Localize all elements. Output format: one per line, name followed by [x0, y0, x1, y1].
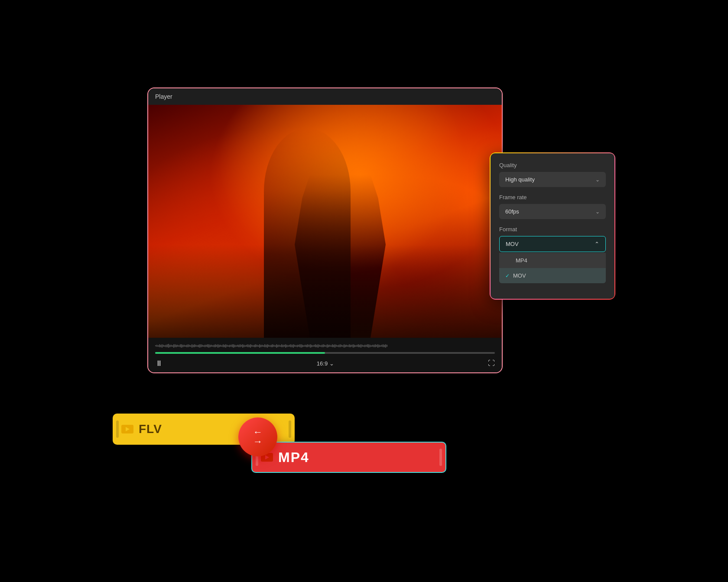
format-label: Format: [499, 226, 606, 233]
player-title-bar: Player: [148, 88, 502, 105]
waveform-bar: [182, 345, 183, 347]
waveform-bar: [303, 345, 304, 347]
waveform-bar: [238, 345, 239, 347]
convert-circle[interactable]: ← →: [238, 417, 277, 456]
waveform-bar: [190, 345, 191, 347]
waveform-bar: [350, 345, 351, 347]
waveform-bar: [380, 345, 381, 347]
player-controls: // Will generate bars via JS below ⏸ 16:…: [148, 338, 502, 372]
waveform-bar: [284, 345, 285, 347]
format-option-mov-label: MOV: [513, 272, 526, 279]
quality-label: Quality: [499, 162, 606, 168]
convert-arrows-icon: ← →: [253, 427, 263, 446]
quality-chevron-icon: ⌄: [595, 177, 600, 183]
waveform-bar: [159, 344, 160, 347]
waveform-bar: [283, 345, 283, 347]
format-select[interactable]: MOV ⌃: [499, 236, 606, 252]
waveform-bar: [241, 345, 242, 347]
aspect-ratio-label: 16:9: [317, 360, 328, 367]
waveform-bar: [325, 345, 326, 347]
waveform-bar: [245, 345, 246, 347]
waveform-bar: [202, 345, 203, 347]
waveform-bar: [216, 345, 217, 347]
waveform-bar: [221, 345, 222, 347]
player-card: Player // Will generate bars via JS be: [147, 87, 503, 373]
waveform-bar: [381, 345, 382, 347]
aspect-ratio-button[interactable]: 16:9 ⌄: [317, 360, 334, 367]
waveform-bar: [267, 344, 268, 348]
quality-group: Quality High quality ⌄: [499, 162, 606, 187]
timeline[interactable]: [155, 352, 495, 354]
waveform-bar: [227, 345, 228, 347]
format-option-mp4[interactable]: MP4: [499, 253, 606, 268]
waveform-bar: [250, 344, 251, 348]
waveform-bar: [228, 345, 229, 347]
flv-format-icon: [121, 425, 133, 433]
waveform-bar: [329, 345, 330, 347]
waveform-bar: [385, 344, 386, 348]
waveform-bar: [193, 345, 194, 347]
pause-button[interactable]: ⏸: [155, 359, 163, 368]
waveform-bar: [349, 344, 350, 347]
aspect-chevron-icon: ⌄: [329, 360, 334, 367]
waveform-bar: [379, 345, 380, 347]
waveform-bar: [189, 345, 190, 347]
controls-row: ⏸ 16:9 ⌄ ⛶: [155, 359, 495, 368]
waveform-bar: [215, 344, 216, 347]
waveform-bar: [162, 344, 162, 348]
quality-select[interactable]: High quality ⌄: [499, 172, 606, 187]
waveform-bar: [289, 345, 290, 347]
mp4-format-text: MP4: [278, 449, 309, 466]
waveform-bar: [367, 344, 368, 347]
waveform-bar: [374, 345, 374, 347]
waveform-bar: [197, 345, 198, 347]
waveform-bar: [212, 345, 213, 347]
waveform-bar: [276, 344, 277, 348]
framerate-select[interactable]: 60fps ⌄: [499, 204, 606, 219]
arrow-right-icon: →: [253, 437, 263, 446]
fullscreen-button[interactable]: ⛶: [488, 359, 495, 367]
arrow-left-icon: ←: [253, 427, 263, 437]
waveform-bar: [299, 344, 300, 347]
waveform-bar: [353, 344, 354, 348]
waveform-bar: [333, 345, 334, 347]
waveform-bar: [322, 345, 322, 347]
waveform-bar: [340, 344, 341, 347]
waveform-bar: [323, 344, 324, 347]
waveform-bar: [273, 345, 274, 347]
waveform-bar: [297, 345, 298, 347]
framerate-chevron-icon: ⌄: [595, 209, 600, 215]
waveform-bar: [195, 345, 196, 347]
waveform-bar: [220, 345, 221, 347]
waveform-bar: [254, 345, 255, 347]
waveform-bar: [345, 345, 346, 347]
waveform-bar: [305, 345, 306, 347]
mp4-play-icon: [265, 455, 269, 459]
waveform-bar: [387, 345, 387, 347]
format-option-mov[interactable]: ✓ MOV: [499, 268, 606, 283]
waveform-bar: [270, 345, 270, 347]
waveform-bar: [279, 345, 280, 347]
settings-panel: Quality High quality ⌄ Frame rate 60fps …: [490, 152, 615, 300]
waveform-bar: [364, 345, 365, 347]
waveform-bar: [336, 345, 337, 347]
video-area: [148, 105, 502, 338]
waveform-bar: [275, 345, 276, 347]
waveform-bar: [255, 344, 256, 347]
waveform-bar: [206, 345, 207, 347]
waveform-bar: [181, 344, 182, 348]
waveform-bar: [234, 345, 235, 347]
player-title: Player: [155, 93, 172, 100]
waveform-bar: [285, 344, 286, 348]
waveform-bar: [223, 344, 224, 347]
waveform-bar: [268, 345, 269, 347]
waveform-bar: [188, 344, 188, 347]
waveform-bar: [192, 344, 192, 348]
flv-play-icon: [126, 427, 130, 431]
waveform-bar: [203, 345, 204, 347]
framerate-value: 60fps: [505, 208, 519, 215]
waveform-bar: [207, 344, 208, 347]
format-dropdown: MP4 ✓ MOV: [499, 253, 606, 283]
waveform-bar: [160, 345, 161, 347]
waveform-bar: [307, 344, 308, 347]
